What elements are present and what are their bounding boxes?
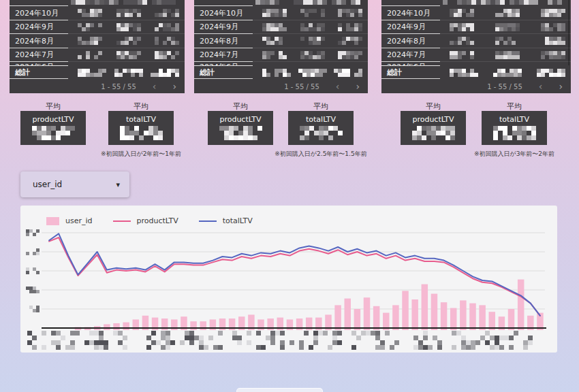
redacted-value <box>338 37 362 45</box>
row-label: 2024年8月 <box>10 36 54 46</box>
user-id-filter-dropdown[interactable]: user_id ▾ <box>20 172 129 197</box>
row-label: 2024年9月 <box>10 22 54 32</box>
scorecard-productltv: productLTV <box>208 111 273 145</box>
redacted-value <box>541 37 565 45</box>
redacted-value <box>78 23 102 31</box>
cohort-note: ※初回購入日が3年前〜2年前 <box>463 150 565 159</box>
row-label: 2024年7月 <box>381 50 426 60</box>
redacted-value <box>334 69 362 77</box>
redacted-value <box>450 9 474 17</box>
row-label: 2024年7月 <box>194 50 238 60</box>
scorecard-productltv: productLTV <box>401 111 466 145</box>
table-row: 2024年8月 <box>381 34 571 48</box>
table-row: 2024年10月 <box>381 6 571 20</box>
redacted-value <box>262 9 287 17</box>
table-row: 2024年9月 <box>194 20 368 35</box>
redacted-kpi-value <box>120 126 163 140</box>
table-row: 2024年7月 <box>10 48 185 63</box>
table-total-row: 総計 <box>10 66 185 79</box>
redacted-kpi-value <box>412 126 455 140</box>
table-row: 2024年10月 <box>194 6 368 20</box>
table-row: 2024年9月 <box>381 20 571 35</box>
redacted-value <box>495 37 520 45</box>
scorecard-title: 平均 <box>108 101 174 112</box>
chevron-left-icon[interactable]: ‹ <box>153 82 157 91</box>
redacted-value <box>495 9 520 17</box>
redacted-value <box>262 23 287 31</box>
redacted-values <box>255 0 362 5</box>
legend-item-totalltv[interactable]: totalLTV <box>199 216 253 225</box>
legend-label: totalLTV <box>223 216 253 225</box>
redacted-value <box>450 69 478 77</box>
redacted-value <box>541 23 565 31</box>
row-label: 2024年8月 <box>381 36 426 46</box>
legend-label: productLTV <box>137 216 178 225</box>
pagination-range: 1 - 55 / 55 <box>487 83 522 91</box>
redacted-values <box>443 0 565 5</box>
metric-label: totalLTV <box>482 115 547 124</box>
redacted-value <box>116 51 141 59</box>
redacted-value <box>155 9 179 17</box>
chevron-right-icon[interactable]: › <box>559 82 563 91</box>
table-row: 2024年8月 <box>194 34 368 48</box>
redacted-value <box>300 37 325 45</box>
redacted-value <box>495 51 520 59</box>
redacted-value <box>338 9 362 17</box>
redacted-value <box>78 37 102 45</box>
bar-swatch-icon <box>46 217 59 225</box>
legend-item-user-id[interactable]: user_id <box>46 216 93 225</box>
redacted-value <box>338 51 362 59</box>
metric-label: productLTV <box>401 115 466 124</box>
redacted-value <box>298 69 327 77</box>
chevron-right-icon[interactable]: › <box>356 82 360 91</box>
chevron-right-icon[interactable]: › <box>172 82 176 91</box>
redacted-value <box>151 69 179 77</box>
metric-label: productLTV <box>208 115 273 124</box>
table-row: 2024年9月 <box>10 20 185 35</box>
row-label: 2024年10月 <box>194 8 243 18</box>
redacted-value <box>78 69 106 77</box>
redacted-value <box>495 23 520 31</box>
table-total-row: 総計 <box>194 66 368 79</box>
row-label: 2024年8月 <box>194 36 238 46</box>
redacted-value <box>116 9 141 17</box>
redacted-value <box>541 9 565 17</box>
table-scrollbar[interactable] <box>568 0 569 65</box>
dropdown-label: user_id <box>33 180 62 189</box>
table-row: 2024年7月 <box>381 48 571 63</box>
chevron-left-icon[interactable]: ‹ <box>336 82 340 91</box>
redacted-value <box>493 69 522 77</box>
data-table-1: 2024年10月 2024年9月 2024年8月 2024年7月 2024年6月… <box>10 0 185 93</box>
table-total-row: 総計 <box>381 66 571 79</box>
redacted-value <box>541 51 565 59</box>
data-table-2: 2024年10月 2024年9月 2024年8月 2024年7月 2024年6月… <box>194 0 368 93</box>
redacted-value <box>114 69 143 77</box>
scorecard-totalltv: totalLTV <box>288 111 354 145</box>
metric-label: totalLTV <box>108 115 174 124</box>
legend-item-productltv[interactable]: productLTV <box>113 216 178 225</box>
scorecard-productltv: productLTV <box>20 111 86 145</box>
row-label: 2024年9月 <box>381 22 426 32</box>
row-label: 2024年10月 <box>10 8 59 18</box>
cohort-note: ※初回購入日が2.5年前〜1.5年前 <box>270 150 372 159</box>
table-row-partial-top <box>381 0 571 6</box>
redacted-value <box>262 51 287 59</box>
next-widget-partial <box>236 388 323 392</box>
total-label: 総計 <box>10 67 30 78</box>
redacted-value <box>338 23 362 31</box>
redacted-value <box>155 37 179 45</box>
row-label: 2024年10月 <box>381 8 431 18</box>
scorecard-totalltv: totalLTV <box>482 111 547 145</box>
chevron-left-icon[interactable]: ‹ <box>539 82 543 91</box>
x-axis-labels-redacted <box>27 331 539 350</box>
scorecard-totalltv: totalLTV <box>108 111 174 145</box>
data-table-3: 2024年10月 2024年9月 2024年8月 2024年7月 2024年6月… <box>381 0 571 93</box>
table-row: 2024年10月 <box>10 6 185 20</box>
redacted-kpi-value <box>32 126 75 140</box>
table-row-partial-top <box>10 0 185 6</box>
total-label: 総計 <box>381 67 402 78</box>
redacted-value <box>300 9 325 17</box>
redacted-value <box>300 51 325 59</box>
redacted-value <box>450 37 474 45</box>
redacted-kpi-value <box>300 126 343 140</box>
